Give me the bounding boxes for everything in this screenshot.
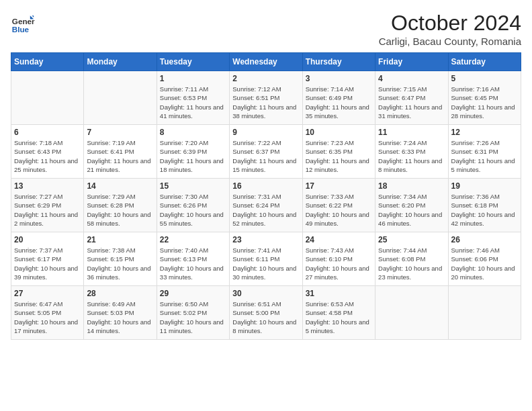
day-number: 19 — [451, 181, 518, 191]
calendar-cell: 15Sunrise: 7:30 AM Sunset: 6:26 PM Dayli… — [157, 179, 229, 232]
calendar-cell: 3Sunrise: 7:14 AM Sunset: 6:49 PM Daylig… — [302, 71, 375, 125]
day-info: Sunrise: 6:49 AM Sunset: 5:03 PM Dayligh… — [87, 300, 153, 335]
day-info: Sunrise: 7:22 AM Sunset: 6:37 PM Dayligh… — [232, 138, 299, 174]
calendar-week-3: 13Sunrise: 7:27 AM Sunset: 6:29 PM Dayli… — [11, 179, 521, 232]
day-number: 18 — [378, 181, 445, 191]
location: Carligi, Bacau County, Romania — [379, 36, 521, 47]
col-header-tuesday: Tuesday — [157, 53, 229, 71]
day-info: Sunrise: 6:50 AM Sunset: 5:02 PM Dayligh… — [160, 300, 226, 335]
day-number: 30 — [232, 289, 299, 298]
day-number: 13 — [14, 181, 81, 191]
day-number: 23 — [232, 235, 299, 244]
col-header-monday: Monday — [84, 53, 157, 71]
day-info: Sunrise: 7:38 AM Sunset: 6:15 PM Dayligh… — [87, 246, 153, 281]
calendar-header-row: SundayMondayTuesdayWednesdayThursdayFrid… — [11, 53, 521, 71]
col-header-friday: Friday — [375, 53, 448, 71]
calendar-cell: 18Sunrise: 7:34 AM Sunset: 6:20 PM Dayli… — [375, 179, 448, 232]
day-number: 12 — [451, 128, 518, 137]
day-info: Sunrise: 7:46 AM Sunset: 6:06 PM Dayligh… — [451, 246, 518, 281]
calendar-week-4: 20Sunrise: 7:37 AM Sunset: 6:17 PM Dayli… — [11, 232, 521, 286]
calendar-cell: 5Sunrise: 7:16 AM Sunset: 6:45 PM Daylig… — [448, 71, 521, 125]
calendar-cell: 19Sunrise: 7:36 AM Sunset: 6:18 PM Dayli… — [448, 179, 521, 232]
calendar-cell: 22Sunrise: 7:40 AM Sunset: 6:13 PM Dayli… — [157, 232, 229, 286]
calendar-cell: 28Sunrise: 6:49 AM Sunset: 5:03 PM Dayli… — [84, 286, 157, 340]
day-number: 2 — [232, 74, 299, 83]
col-header-sunday: Sunday — [11, 53, 84, 71]
day-number: 1 — [160, 74, 226, 83]
day-info: Sunrise: 7:41 AM Sunset: 6:11 PM Dayligh… — [232, 246, 299, 281]
calendar-cell: 29Sunrise: 6:50 AM Sunset: 5:02 PM Dayli… — [157, 286, 229, 340]
calendar-cell: 26Sunrise: 7:46 AM Sunset: 6:06 PM Dayli… — [448, 232, 521, 286]
day-info: Sunrise: 6:47 AM Sunset: 5:05 PM Dayligh… — [14, 300, 81, 335]
calendar-week-5: 27Sunrise: 6:47 AM Sunset: 5:05 PM Dayli… — [11, 286, 521, 340]
day-number: 10 — [306, 128, 372, 137]
day-info: Sunrise: 7:11 AM Sunset: 6:53 PM Dayligh… — [160, 85, 226, 120]
day-number: 6 — [14, 128, 81, 137]
col-header-thursday: Thursday — [302, 53, 375, 71]
day-number: 16 — [232, 181, 299, 191]
page-header: General Blue October 2024 Carligi, Bacau… — [11, 11, 521, 47]
day-info: Sunrise: 7:20 AM Sunset: 6:39 PM Dayligh… — [160, 138, 226, 174]
calendar-cell: 12Sunrise: 7:26 AM Sunset: 6:31 PM Dayli… — [448, 125, 521, 179]
calendar-cell: 7Sunrise: 7:19 AM Sunset: 6:41 PM Daylig… — [84, 125, 157, 179]
day-info: Sunrise: 7:44 AM Sunset: 6:08 PM Dayligh… — [378, 246, 445, 281]
day-info: Sunrise: 6:51 AM Sunset: 5:00 PM Dayligh… — [232, 300, 299, 335]
day-number: 8 — [160, 128, 226, 137]
calendar-cell: 11Sunrise: 7:24 AM Sunset: 6:33 PM Dayli… — [375, 125, 448, 179]
col-header-wednesday: Wednesday — [230, 53, 302, 71]
day-info: Sunrise: 7:29 AM Sunset: 6:28 PM Dayligh… — [87, 192, 153, 228]
logo: General Blue — [11, 11, 35, 35]
calendar-cell: 9Sunrise: 7:22 AM Sunset: 6:37 PM Daylig… — [230, 125, 302, 179]
day-number: 28 — [87, 289, 153, 298]
calendar-cell: 24Sunrise: 7:43 AM Sunset: 6:10 PM Dayli… — [302, 232, 375, 286]
day-number: 21 — [87, 235, 153, 244]
calendar-cell: 2Sunrise: 7:12 AM Sunset: 6:51 PM Daylig… — [230, 71, 302, 125]
day-number: 11 — [378, 128, 445, 137]
calendar-cell: 8Sunrise: 7:20 AM Sunset: 6:39 PM Daylig… — [157, 125, 229, 179]
day-number: 15 — [160, 181, 226, 191]
calendar-cell: 14Sunrise: 7:29 AM Sunset: 6:28 PM Dayli… — [84, 179, 157, 232]
day-info: Sunrise: 7:37 AM Sunset: 6:17 PM Dayligh… — [14, 246, 81, 281]
calendar-cell: 13Sunrise: 7:27 AM Sunset: 6:29 PM Dayli… — [11, 179, 84, 232]
day-number: 4 — [378, 74, 445, 83]
calendar-cell — [448, 286, 521, 340]
calendar-cell: 31Sunrise: 6:53 AM Sunset: 4:58 PM Dayli… — [302, 286, 375, 340]
day-number: 29 — [160, 289, 226, 298]
day-number: 3 — [306, 74, 372, 83]
calendar-cell — [84, 71, 157, 125]
day-info: Sunrise: 7:23 AM Sunset: 6:35 PM Dayligh… — [306, 138, 372, 174]
calendar-cell: 4Sunrise: 7:15 AM Sunset: 6:47 PM Daylig… — [375, 71, 448, 125]
calendar-week-2: 6Sunrise: 7:18 AM Sunset: 6:43 PM Daylig… — [11, 125, 521, 179]
day-info: Sunrise: 7:18 AM Sunset: 6:43 PM Dayligh… — [14, 138, 81, 174]
calendar-cell: 17Sunrise: 7:33 AM Sunset: 6:22 PM Dayli… — [302, 179, 375, 232]
day-info: Sunrise: 7:26 AM Sunset: 6:31 PM Dayligh… — [451, 138, 518, 174]
calendar-cell: 21Sunrise: 7:38 AM Sunset: 6:15 PM Dayli… — [84, 232, 157, 286]
calendar-week-1: 1Sunrise: 7:11 AM Sunset: 6:53 PM Daylig… — [11, 71, 521, 125]
day-info: Sunrise: 7:16 AM Sunset: 6:45 PM Dayligh… — [451, 85, 518, 120]
day-info: Sunrise: 7:14 AM Sunset: 6:49 PM Dayligh… — [306, 85, 372, 120]
svg-text:Blue: Blue — [12, 25, 30, 34]
col-header-saturday: Saturday — [448, 53, 521, 71]
day-number: 9 — [232, 128, 299, 137]
calendar-cell — [375, 286, 448, 340]
day-info: Sunrise: 7:40 AM Sunset: 6:13 PM Dayligh… — [160, 246, 226, 281]
logo-icon: General Blue — [11, 11, 35, 35]
day-info: Sunrise: 7:27 AM Sunset: 6:29 PM Dayligh… — [14, 192, 81, 228]
day-info: Sunrise: 7:12 AM Sunset: 6:51 PM Dayligh… — [232, 85, 299, 120]
title-section: October 2024 Carligi, Bacau County, Roma… — [379, 11, 521, 47]
day-number: 24 — [306, 235, 372, 244]
day-info: Sunrise: 7:19 AM Sunset: 6:41 PM Dayligh… — [87, 138, 153, 174]
day-number: 17 — [306, 181, 372, 191]
day-info: Sunrise: 7:15 AM Sunset: 6:47 PM Dayligh… — [378, 85, 445, 120]
day-info: Sunrise: 7:33 AM Sunset: 6:22 PM Dayligh… — [306, 192, 372, 228]
day-number: 7 — [87, 128, 153, 137]
calendar-table: SundayMondayTuesdayWednesdayThursdayFrid… — [11, 52, 521, 340]
calendar-cell: 20Sunrise: 7:37 AM Sunset: 6:17 PM Dayli… — [11, 232, 84, 286]
calendar-cell: 1Sunrise: 7:11 AM Sunset: 6:53 PM Daylig… — [157, 71, 229, 125]
day-info: Sunrise: 7:30 AM Sunset: 6:26 PM Dayligh… — [160, 192, 226, 228]
day-info: Sunrise: 7:36 AM Sunset: 6:18 PM Dayligh… — [451, 192, 518, 228]
calendar-cell — [11, 71, 84, 125]
day-info: Sunrise: 7:34 AM Sunset: 6:20 PM Dayligh… — [378, 192, 445, 228]
month-title: October 2024 — [379, 11, 521, 36]
day-number: 5 — [451, 74, 518, 83]
